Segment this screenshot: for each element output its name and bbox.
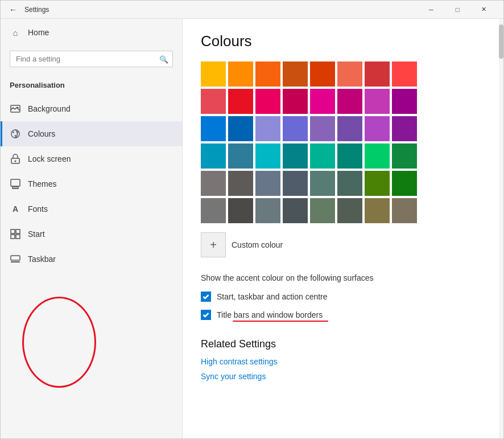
colour-swatch[interactable] [283,143,308,169]
start-taskbar-checkbox[interactable] [201,292,211,302]
colour-swatch[interactable] [201,116,226,141]
colour-swatch[interactable] [201,89,226,114]
colour-swatch[interactable] [228,89,253,114]
colour-swatch[interactable] [283,89,308,114]
colour-swatch[interactable] [365,89,390,114]
colour-swatch[interactable] [365,61,390,87]
colour-swatch[interactable] [283,61,308,87]
content-area: ⌂ Home 🔍 Personalisation Background [1,19,503,438]
colour-swatch[interactable] [392,89,417,114]
close-button[interactable]: ✕ [470,1,497,19]
colour-swatch[interactable] [201,198,226,223]
start-label: Start [28,229,45,239]
colour-swatch[interactable] [337,171,362,196]
titlebar-title: Settings [24,6,49,14]
svg-point-7 [15,161,16,162]
colour-swatch[interactable] [201,171,226,196]
minimize-button[interactable]: ─ [418,1,444,19]
sidebar-item-fonts[interactable]: A Fonts [1,196,182,221]
accent-section: Show the accent colour on the following … [201,273,485,320]
colour-swatch[interactable] [310,116,335,141]
svg-rect-13 [16,235,20,239]
colour-swatch[interactable] [201,143,226,169]
colour-swatch[interactable] [310,61,335,87]
colour-swatch[interactable] [228,116,253,141]
colour-swatch[interactable] [283,171,308,196]
sidebar-item-lock-screen[interactable]: Lock screen [1,146,182,171]
colour-swatch[interactable] [392,171,417,196]
colour-swatch[interactable] [392,116,417,141]
themes-icon [10,178,21,190]
maximize-button[interactable]: □ [444,1,470,19]
sidebar-home-label: Home [28,28,49,37]
main-content: Colours + Custom colour Show the accent … [183,19,503,438]
colour-swatch[interactable] [228,198,253,223]
lock-screen-icon [10,153,21,165]
scrollbar-thumb[interactable] [499,24,503,59]
colour-swatch[interactable] [337,116,362,141]
colour-swatch[interactable] [392,198,417,223]
colour-swatch[interactable] [310,143,335,169]
sidebar-item-start[interactable]: Start [1,221,182,247]
sidebar: ⌂ Home 🔍 Personalisation Background [1,19,183,438]
sidebar-home-item[interactable]: ⌂ Home [1,19,182,46]
title-bars-checkbox[interactable] [201,310,211,320]
search-input[interactable] [10,51,173,67]
custom-colour-label: Custom colour [232,240,283,249]
colour-swatch[interactable] [255,116,280,141]
colour-swatch[interactable] [365,116,390,141]
colour-swatch[interactable] [392,61,417,87]
colour-swatch[interactable] [310,89,335,114]
titlebar: ← Settings ─ □ ✕ [1,1,503,19]
related-settings: Related Settings High contrast settings … [201,338,485,381]
sidebar-item-colours[interactable]: Colours [1,121,182,146]
start-taskbar-row: Start, taskbar and action centre [201,292,485,302]
colour-swatch[interactable] [283,198,308,223]
taskbar-label: Taskbar [28,255,56,264]
colour-swatch[interactable] [365,171,390,196]
high-contrast-link[interactable]: High contrast settings [201,357,485,366]
svg-point-4 [16,132,18,133]
svg-rect-11 [16,229,20,233]
sidebar-item-background[interactable]: Background [1,96,182,121]
title-bars-label: Title bars and window borders [217,310,323,319]
svg-point-1 [17,107,19,109]
page-title: Colours [201,32,485,50]
svg-rect-14 [11,256,20,260]
colour-swatch[interactable] [310,198,335,223]
back-button[interactable]: ← [7,4,19,15]
scrollbar-track [499,19,503,438]
start-taskbar-label: Start, taskbar and action centre [217,292,328,301]
sidebar-item-themes[interactable]: Themes [1,171,182,196]
underline-annotation [233,321,328,322]
colour-swatch[interactable] [201,61,226,87]
colour-swatch[interactable] [392,143,417,169]
svg-rect-15 [11,261,20,262]
colours-label: Colours [28,129,55,138]
colour-swatch[interactable] [255,89,280,114]
home-icon: ⌂ [10,27,21,38]
colour-swatch[interactable] [228,61,253,87]
sync-settings-link[interactable]: Sync your settings [201,372,485,381]
colour-swatch[interactable] [337,198,362,223]
colour-swatch[interactable] [310,171,335,196]
related-settings-title: Related Settings [201,338,485,350]
colour-swatch[interactable] [365,143,390,169]
colour-swatch[interactable] [255,61,280,87]
colour-swatch[interactable] [337,143,362,169]
custom-colour-button[interactable]: + [201,232,226,257]
colour-swatch[interactable] [337,61,362,87]
colour-swatch[interactable] [337,89,362,114]
colour-swatch[interactable] [255,198,280,223]
colour-swatch[interactable] [228,143,253,169]
colour-swatch[interactable] [255,171,280,196]
colour-swatch[interactable] [228,171,253,196]
colour-swatch[interactable] [365,198,390,223]
colour-swatch[interactable] [255,143,280,169]
sidebar-item-taskbar[interactable]: Taskbar [1,247,182,272]
colour-swatch[interactable] [283,116,308,141]
background-icon [10,103,21,114]
sidebar-section-title: Personalisation [1,76,182,96]
accent-section-title: Show the accent colour on the following … [201,273,485,282]
svg-rect-8 [11,179,20,186]
